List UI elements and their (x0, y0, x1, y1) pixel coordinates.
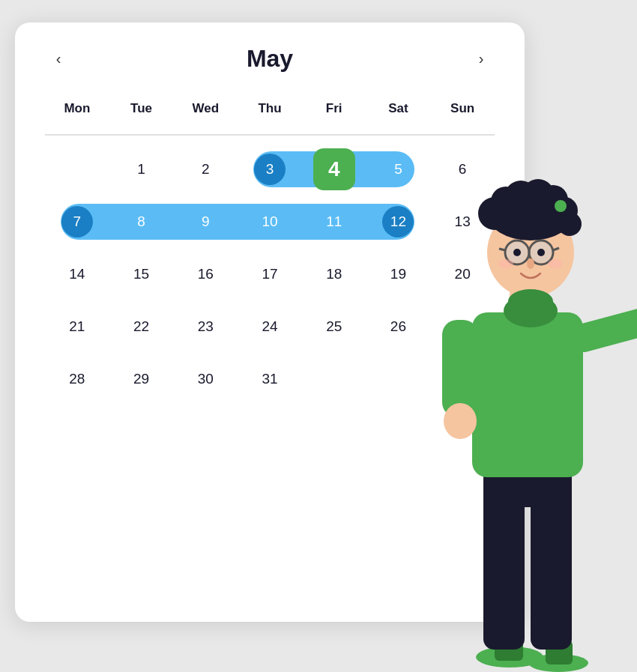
svg-point-24 (555, 200, 567, 212)
next-month-button[interactable]: › (468, 46, 495, 73)
svg-rect-7 (472, 312, 583, 477)
day-cell-2[interactable]: 2 (173, 143, 238, 196)
day-cell-24[interactable]: 24 (238, 300, 302, 353)
character-illustration (420, 103, 637, 672)
svg-line-28 (499, 249, 505, 250)
day-cell-31[interactable]: 31 (238, 353, 302, 405)
svg-point-36 (548, 259, 563, 268)
day-header-fri: Fri (302, 95, 366, 127)
day-cell-15[interactable]: 15 (109, 248, 174, 300)
day-cell-8[interactable]: 8 (109, 196, 174, 248)
day-cell-10[interactable]: 10 (238, 196, 302, 248)
svg-point-38 (508, 289, 553, 313)
day-cell-16[interactable]: 16 (173, 248, 238, 300)
day-cell-11[interactable]: 11 (302, 196, 366, 248)
day-cell-23[interactable]: 23 (173, 300, 238, 353)
calendar-header: ‹ May › (45, 45, 495, 73)
day-cell-3[interactable]: 3 (238, 143, 302, 196)
day-cell-4[interactable]: 4 (302, 143, 366, 196)
day-cell-17[interactable]: 17 (238, 248, 302, 300)
day-cell-22[interactable]: 22 (109, 300, 174, 353)
svg-point-12 (444, 403, 477, 439)
svg-rect-8 (566, 303, 637, 355)
day-cell-1[interactable]: 1 (109, 143, 174, 196)
day-header-thu: Thu (238, 95, 302, 127)
svg-rect-11 (442, 320, 478, 417)
day-cell-14[interactable]: 14 (45, 248, 109, 300)
day-cell-30[interactable]: 30 (173, 353, 238, 405)
svg-point-32 (513, 249, 521, 256)
month-title: May (247, 45, 293, 73)
day-cell-18[interactable]: 18 (302, 248, 366, 300)
day-header-tue: Tue (109, 95, 174, 127)
day-cell-empty-5a (302, 353, 366, 405)
day-cell-empty-1[interactable] (45, 143, 109, 196)
day-cell-29[interactable]: 29 (109, 353, 174, 405)
day-cell-28[interactable]: 28 (45, 353, 109, 405)
day-header-mon: Mon (45, 95, 109, 127)
prev-month-button[interactable]: ‹ (45, 46, 72, 73)
day-cell-21[interactable]: 21 (45, 300, 109, 353)
day-cell-9[interactable]: 9 (173, 196, 238, 248)
day-cell-7[interactable]: 7 (45, 196, 109, 248)
day-cell-25[interactable]: 25 (302, 300, 366, 353)
day-header-wed: Wed (173, 95, 238, 127)
svg-point-33 (537, 249, 545, 256)
scene: ‹ May › Mon Tue Wed Thu Fri Sat Sun 1 2 (0, 0, 637, 672)
svg-point-34 (527, 258, 534, 269)
svg-point-35 (498, 259, 513, 268)
